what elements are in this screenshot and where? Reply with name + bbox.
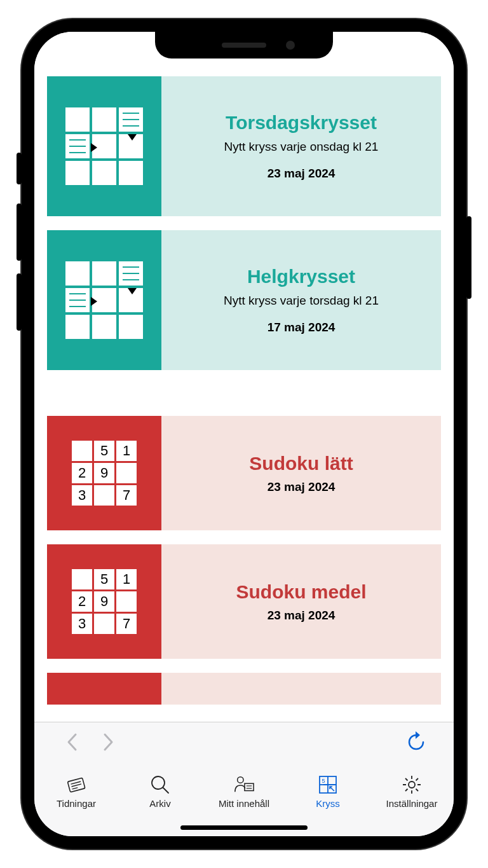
camera-icon (286, 41, 295, 50)
sudoku-icon (47, 673, 161, 705)
tab-label: Inställningar (386, 798, 438, 809)
phone-screen: Torsdagskrysset Nytt kryss varje onsdag … (34, 32, 454, 836)
card-title: Torsdagskrysset (226, 112, 377, 133)
svg-line-22 (416, 778, 419, 781)
svg-line-21 (405, 789, 408, 792)
grid-icon: 5 (317, 774, 339, 796)
tab-tidningar[interactable]: Tidningar (38, 774, 114, 809)
card-subtitle: Nytt kryss varje torsdag kl 21 (224, 293, 379, 309)
section-gap (34, 384, 454, 416)
power-button (466, 216, 471, 299)
profile-icon (233, 774, 255, 796)
volume-up-button (17, 203, 22, 261)
svg-line-19 (405, 778, 408, 781)
svg-text:5: 5 (322, 778, 325, 784)
tab-installningar[interactable]: Inställningar (374, 774, 450, 809)
card-title: Sudoku medel (236, 581, 366, 602)
tab-arkiv[interactable]: Arkiv (122, 774, 198, 809)
svg-point-6 (238, 777, 243, 783)
svg-point-14 (409, 782, 415, 788)
tab-label: Mitt innehåll (219, 798, 269, 809)
card-body: Torsdagskrysset Nytt kryss varje onsdag … (161, 76, 441, 216)
notch (155, 32, 333, 59)
speaker-icon (222, 43, 266, 48)
tab-kryss[interactable]: 5 Kryss (290, 774, 366, 809)
puzzle-card-sudoku-latt[interactable]: 5 1 2 9 3 7 Sudoku lätt 23 maj 2024 (47, 416, 441, 530)
nav-toolbar (34, 722, 454, 766)
forward-button[interactable] (90, 732, 127, 757)
card-subtitle: Nytt kryss varje onsdag kl 21 (224, 139, 379, 155)
card-date: 23 maj 2024 (268, 480, 336, 494)
tab-mitt-innehall[interactable]: Mitt innehåll (206, 774, 282, 809)
gear-icon (401, 774, 423, 796)
card-body (161, 673, 441, 705)
puzzle-card-partial[interactable] (47, 673, 441, 705)
svg-line-5 (163, 788, 168, 793)
home-indicator[interactable] (180, 825, 308, 830)
puzzle-card-torsdagskrysset[interactable]: Torsdagskrysset Nytt kryss varje onsdag … (47, 76, 441, 216)
card-date: 23 maj 2024 (268, 167, 336, 181)
back-button[interactable] (53, 732, 90, 757)
puzzle-list[interactable]: Torsdagskrysset Nytt kryss varje onsdag … (34, 32, 454, 722)
card-title: Sudoku lätt (249, 453, 353, 474)
phone-frame: Torsdagskrysset Nytt kryss varje onsdag … (22, 19, 466, 849)
refresh-button[interactable] (398, 731, 435, 758)
crossword-icon (47, 76, 161, 216)
card-body: Sudoku medel 23 maj 2024 (161, 544, 441, 659)
volume-down-button (17, 273, 22, 331)
sudoku-icon: 5 1 2 9 3 7 (47, 416, 161, 530)
sudoku-icon: 5 1 2 9 3 7 (47, 544, 161, 659)
card-date: 23 maj 2024 (268, 609, 336, 623)
card-body: Helgkrysset Nytt kryss varje torsdag kl … (161, 230, 441, 370)
newspaper-icon (65, 774, 87, 796)
svg-line-2 (72, 784, 81, 787)
tab-label: Tidningar (57, 798, 96, 809)
tab-label: Kryss (316, 798, 340, 809)
svg-rect-7 (245, 783, 254, 790)
tab-label: Arkiv (149, 798, 170, 809)
svg-line-20 (416, 789, 419, 792)
crossword-icon (47, 230, 161, 370)
svg-line-3 (72, 788, 78, 789)
puzzle-card-sudoku-medel[interactable]: 5 1 2 9 3 7 Sudoku medel 23 maj 2024 (47, 544, 441, 659)
card-title: Helgkrysset (247, 266, 355, 287)
card-body: Sudoku lätt 23 maj 2024 (161, 416, 441, 530)
search-icon (149, 774, 171, 796)
svg-point-4 (152, 776, 165, 789)
card-date: 17 maj 2024 (268, 320, 336, 334)
svg-line-1 (71, 782, 80, 784)
puzzle-card-helgkrysset[interactable]: Helgkrysset Nytt kryss varje torsdag kl … (47, 230, 441, 370)
side-button (17, 153, 22, 184)
